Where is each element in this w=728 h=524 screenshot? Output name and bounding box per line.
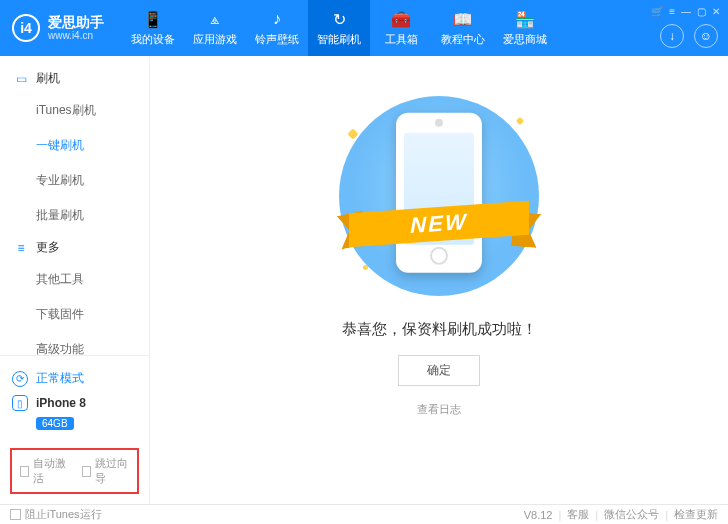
sidebar-group-icon: ▭ — [14, 72, 28, 86]
nav-icon: 🏪 — [515, 9, 535, 29]
sidebar: ▭刷机iTunes刷机一键刷机专业刷机批量刷机≡更多其他工具下载固件高级功能 ⟳… — [0, 56, 150, 504]
option-1[interactable]: 跳过向导 — [82, 456, 130, 486]
download-button[interactable]: ↓ — [660, 24, 684, 48]
block-itunes-label: 阻止iTunes运行 — [25, 507, 102, 522]
mode-icon: ⟳ — [12, 371, 28, 387]
nav-item-3[interactable]: ↻智能刷机 — [308, 0, 370, 56]
new-ribbon: NEW — [349, 199, 529, 249]
nav-label: 教程中心 — [441, 32, 485, 47]
block-itunes-checkbox[interactable]: 阻止iTunes运行 — [10, 507, 102, 522]
options-box: 自动激活跳过向导 — [10, 448, 139, 494]
nav-label: 应用游戏 — [193, 32, 237, 47]
nav-label: 工具箱 — [385, 32, 418, 47]
sidebar-bottom: ⟳ 正常模式 ▯ iPhone 8 64GB — [0, 355, 149, 440]
sidebar-group-header: ▭刷机 — [0, 64, 149, 93]
cart-icon[interactable]: 🛒 — [651, 6, 663, 17]
maximize-icon[interactable]: ▢ — [697, 6, 706, 17]
nav-label: 我的设备 — [131, 32, 175, 47]
brand-text: 爱思助手 www.i4.cn — [48, 15, 104, 41]
nav-item-0[interactable]: 📱我的设备 — [122, 0, 184, 56]
option-label: 自动激活 — [33, 456, 67, 486]
nav-icon: ↻ — [329, 9, 349, 29]
nav-label: 智能刷机 — [317, 32, 361, 47]
checkbox-icon — [82, 466, 91, 477]
sidebar-item-0-2[interactable]: 专业刷机 — [0, 163, 149, 198]
nav-item-2[interactable]: ♪铃声壁纸 — [246, 0, 308, 56]
view-log-link[interactable]: 查看日志 — [417, 402, 461, 417]
sidebar-item-1-1[interactable]: 下载固件 — [0, 297, 149, 332]
close-icon[interactable]: ✕ — [712, 6, 720, 17]
brand-logo-icon: i4 — [12, 14, 40, 42]
brand: i4 爱思助手 www.i4.cn — [0, 14, 104, 42]
check-update-link[interactable]: 检查更新 — [674, 507, 718, 522]
option-label: 跳过向导 — [95, 456, 129, 486]
main-pane: NEW 恭喜您，保资料刷机成功啦！ 确定 查看日志 — [150, 56, 728, 504]
nav-icon: 🧰 — [391, 9, 411, 29]
ok-button[interactable]: 确定 — [398, 355, 480, 386]
top-right-actions: ↓ ☺ — [660, 24, 718, 48]
mode-row[interactable]: ⟳ 正常模式 — [12, 366, 137, 391]
support-link[interactable]: 客服 — [567, 507, 589, 522]
success-message: 恭喜您，保资料刷机成功啦！ — [342, 320, 537, 339]
sidebar-item-0-0[interactable]: iTunes刷机 — [0, 93, 149, 128]
sidebar-group-icon: ≡ — [14, 241, 28, 255]
success-illustration: NEW — [329, 96, 549, 296]
sidebar-item-1-0[interactable]: 其他工具 — [0, 262, 149, 297]
sidebar-group-header: ≡更多 — [0, 233, 149, 262]
menu-icon[interactable]: ≡ — [669, 6, 675, 17]
device-row[interactable]: ▯ iPhone 8 — [12, 391, 137, 415]
wechat-link[interactable]: 微信公众号 — [604, 507, 659, 522]
nav-label: 爱思商城 — [503, 32, 547, 47]
sidebar-group-title: 更多 — [36, 239, 60, 256]
window-controls: 🛒 ≡ — ▢ ✕ — [651, 6, 720, 17]
main-nav: 📱我的设备⟁应用游戏♪铃声壁纸↻智能刷机🧰工具箱📖教程中心🏪爱思商城 — [122, 0, 556, 56]
version-label: V8.12 — [524, 509, 553, 521]
device-capacity-badge: 64GB — [36, 417, 74, 430]
sidebar-group-title: 刷机 — [36, 70, 60, 87]
device-icon: ▯ — [12, 395, 28, 411]
nav-item-6[interactable]: 🏪爱思商城 — [494, 0, 556, 56]
nav-icon: 📖 — [453, 9, 473, 29]
nav-item-1[interactable]: ⟁应用游戏 — [184, 0, 246, 56]
sidebar-item-0-1[interactable]: 一键刷机 — [0, 128, 149, 163]
status-bar: 阻止iTunes运行 V8.12 | 客服 | 微信公众号 | 检查更新 — [0, 504, 728, 524]
nav-icon: ⟁ — [205, 9, 225, 29]
nav-item-5[interactable]: 📖教程中心 — [432, 0, 494, 56]
mode-label: 正常模式 — [36, 370, 84, 387]
nav-label: 铃声壁纸 — [255, 32, 299, 47]
minimize-icon[interactable]: — — [681, 6, 691, 17]
nav-icon: ♪ — [267, 9, 287, 29]
user-button[interactable]: ☺ — [694, 24, 718, 48]
sidebar-item-1-2[interactable]: 高级功能 — [0, 332, 149, 355]
ribbon-text: NEW — [349, 201, 529, 248]
body: ▭刷机iTunes刷机一键刷机专业刷机批量刷机≡更多其他工具下载固件高级功能 ⟳… — [0, 56, 728, 504]
nav-item-4[interactable]: 🧰工具箱 — [370, 0, 432, 56]
checkbox-icon — [20, 466, 29, 477]
topbar: i4 爱思助手 www.i4.cn 📱我的设备⟁应用游戏♪铃声壁纸↻智能刷机🧰工… — [0, 0, 728, 56]
device-name: iPhone 8 — [36, 396, 86, 410]
option-0[interactable]: 自动激活 — [20, 456, 68, 486]
brand-url: www.i4.cn — [48, 30, 104, 41]
nav-icon: 📱 — [143, 9, 163, 29]
brand-name: 爱思助手 — [48, 15, 104, 30]
sidebar-item-0-3[interactable]: 批量刷机 — [0, 198, 149, 233]
